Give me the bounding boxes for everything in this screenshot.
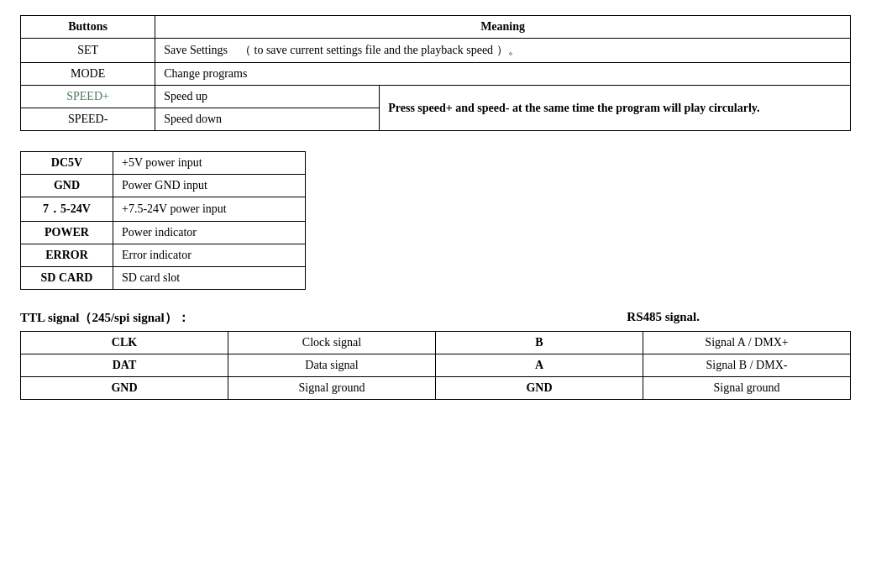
table-row: GND Signal ground GND Signal ground [21,377,851,400]
pin-gnd-label: GND [21,175,113,197]
table-row: 7．5-24V +7.5-24V power input [21,197,306,222]
sig-a-label: A [436,354,643,377]
table-row: DAT Data signal A Signal B / DMX- [21,354,851,377]
pin-dc5v-value: +5V power input [113,152,306,175]
sig-b-value: Signal A / DMX+ [643,332,851,354]
table-row: ERROR Error indicator [21,244,306,267]
table-row: GND Power GND input [21,175,306,197]
pin-power-value: Power indicator [113,222,306,244]
pin-power-label: POWER [21,222,113,244]
sig-dat-label: DAT [21,354,228,377]
buttons-table: Buttons Meaning SET Save Settings （ to s… [20,15,851,131]
table-row: CLK Clock signal B Signal A / DMX+ [21,332,851,354]
signal-header-row: TTL signal（245/spi signal）： RS485 signal… [20,310,851,326]
table-row: POWER Power indicator [21,222,306,244]
meaning-speed-minus: Speed down [155,108,380,131]
sig-clk-value: Clock signal [228,332,436,354]
table-row: DC5V +5V power input [21,152,306,175]
pin-75v-value: +7.5-24V power input [113,197,306,222]
sig-dat-value: Data signal [228,354,436,377]
sig-gnd2-label: GND [436,377,643,400]
meaning-speed-combined: Press speed+ and speed- at the same time… [380,86,851,131]
sig-b-label: B [436,332,643,354]
sig-gnd2-value: Signal ground [643,377,851,400]
table-row: SD CARD SD card slot [21,267,306,290]
btn-set: SET [21,39,155,63]
btn-speed-plus: SPEED+ [21,86,155,108]
pin-error-label: ERROR [21,244,113,267]
pin-sdcard-value: SD card slot [113,267,306,290]
meaning-mode: Change programs [155,63,851,86]
table-row: SPEED+ Speed up Press speed+ and speed- … [21,86,851,108]
sig-a-value: Signal B / DMX- [643,354,851,377]
sig-gnd-value: Signal ground [228,377,436,400]
rs485-signal-header: RS485 signal. [627,310,700,326]
pin-75v-label: 7．5-24V [21,197,113,222]
sig-clk-label: CLK [21,332,228,354]
meaning-set: Save Settings （ to save current settings… [155,39,851,63]
ttl-signal-header: TTL signal（245/spi signal）： [20,310,190,326]
signal-table: CLK Clock signal B Signal A / DMX+ DAT D… [20,331,851,400]
table-row: SET Save Settings （ to save current sett… [21,39,851,63]
pin-dc5v-label: DC5V [21,152,113,175]
meaning-speed-plus: Speed up [155,86,380,108]
dc-pins-table: DC5V +5V power input GND Power GND input… [20,151,306,290]
table-row: MODE Change programs [21,63,851,86]
meaning-header: Meaning [155,16,851,39]
sig-gnd-label: GND [21,377,228,400]
pin-sdcard-label: SD CARD [21,267,113,290]
btn-speed-minus: SPEED- [21,108,155,131]
buttons-header: Buttons [21,16,155,39]
pin-gnd-value: Power GND input [113,175,306,197]
pin-error-value: Error indicator [113,244,306,267]
btn-mode: MODE [21,63,155,86]
